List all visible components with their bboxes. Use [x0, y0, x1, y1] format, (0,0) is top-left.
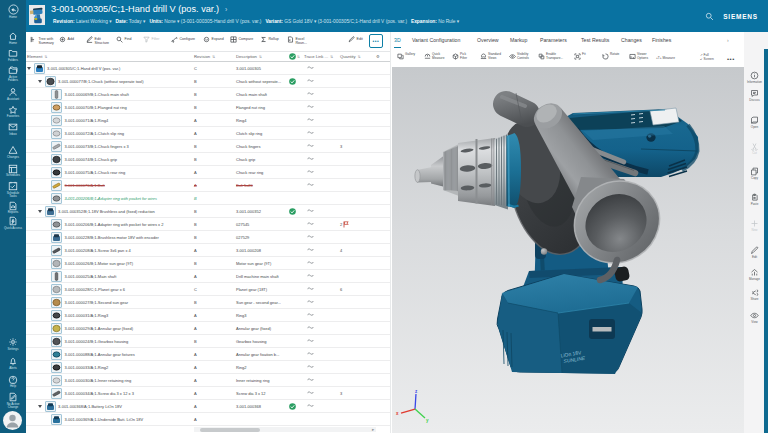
svg-text:x: x	[396, 411, 399, 416]
svg-text:y: y	[426, 418, 429, 423]
svg-text:z: z	[415, 389, 418, 394]
